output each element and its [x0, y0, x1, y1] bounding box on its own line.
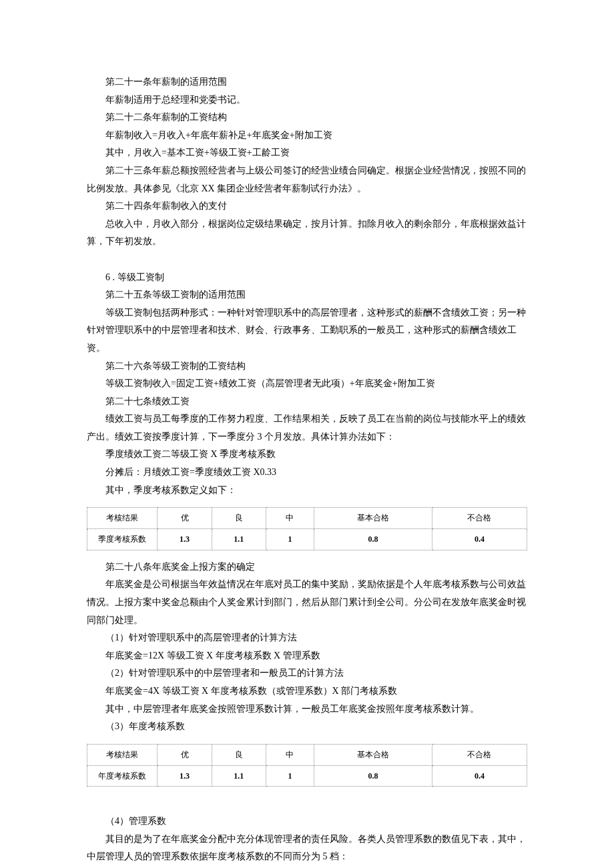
section-6-heading: 6 . 等级工资制: [87, 269, 527, 287]
article-22-where: 其中，月收入=基本工资+等级工资+工龄工资: [87, 144, 527, 162]
item-2-formula: 年底奖金=4X 等级工资 X 年度考核系数（或管理系数）X 部门考核系数: [87, 683, 527, 701]
table-row: 考核结果 优 良 中 基本合格 不合格: [87, 508, 527, 529]
article-27-title: 第二十七条绩效工资: [87, 393, 527, 411]
article-25-body: 等级工资制包括两种形式：一种针对管理职系中的高层管理者，这种形式的薪酬不含绩效工…: [87, 304, 527, 358]
table-cell: 中: [266, 508, 314, 529]
article-25-title: 第二十五条等级工资制的适用范围: [87, 286, 527, 304]
table-cell: 0.8: [314, 529, 432, 550]
blank-line: [87, 251, 527, 269]
table-row: 季度考核系数 1.3 1.1 1 0.8 0.4: [87, 529, 527, 550]
article-21-title: 第二十一条年薪制的适用范围: [87, 73, 527, 91]
table-cell: 1.1: [212, 765, 266, 787]
article-28-body: 年底奖金是公司根据当年效益情况在年底对员工的集中奖励，奖励依据是个人年底考核系数…: [87, 576, 527, 629]
table-cell: 优: [158, 508, 212, 529]
item-4-title: （4）管理系数: [87, 813, 527, 831]
table-cell: 1.3: [158, 765, 212, 787]
item-1-formula: 年底奖金=12X 等级工资 X 年度考核系数 X 管理系数: [87, 647, 527, 665]
row-label: 季度考核系数: [87, 529, 158, 550]
table-cell: 1.3: [158, 529, 212, 550]
table-cell: 良: [212, 508, 266, 529]
quarterly-coefficient-table: 考核结果 优 良 中 基本合格 不合格 季度考核系数 1.3 1.1 1 0.8…: [87, 507, 527, 550]
table-cell: 中: [266, 744, 314, 765]
row-label: 年度考核系数: [87, 765, 158, 787]
table-cell: 1.1: [212, 529, 266, 550]
table-cell: 不合格: [432, 508, 527, 529]
article-22-title: 第二十二条年薪制的工资结构: [87, 109, 527, 127]
article-27-formula-2: 分摊后：月绩效工资=季度绩效工资 X0.33: [87, 464, 527, 482]
table-cell: 不合格: [432, 744, 527, 765]
article-26-formula: 等级工资制收入=固定工资+绩效工资（高层管理者无此项）+年底奖金+附加工资: [87, 375, 527, 393]
item-3-title: （3）年度考核系数: [87, 718, 527, 736]
table-cell: 良: [212, 744, 266, 765]
annual-coefficient-table: 考核结果 优 良 中 基本合格 不合格 年度考核系数 1.3 1.1 1 0.8…: [87, 744, 527, 787]
blank-line: [87, 795, 527, 813]
table-cell: 1: [266, 765, 314, 787]
row-label: 考核结果: [87, 744, 158, 765]
table-cell: 优: [158, 744, 212, 765]
article-27-where: 其中，季度考核系数定义如下：: [87, 482, 527, 500]
article-21-body: 年薪制适用于总经理和党委书记。: [87, 91, 527, 109]
article-24-title: 第二十四条年薪制收入的支付: [87, 197, 527, 215]
article-27-body: 绩效工资与员工每季度的工作努力程度、工作结果相关，反映了员工在当前的岗位与技能水…: [87, 410, 527, 446]
table-cell: 1: [266, 529, 314, 550]
item-2-title: （2）针对管理职系中的中层管理者和一般员工的计算方法: [87, 665, 527, 683]
item-2-note: 其中，中层管理者年底奖金按照管理系数计算，一般员工年底奖金按照年度考核系数计算。: [87, 701, 527, 719]
table-row: 考核结果 优 良 中 基本合格 不合格: [87, 744, 527, 765]
article-24-body: 总收入中，月收入部分，根据岗位定级结果确定，按月计算。扣除月收入的剩余部分，年底…: [87, 215, 527, 251]
table-cell: 0.4: [432, 765, 527, 787]
table-cell: 0.4: [432, 529, 527, 550]
article-28-title: 第二十八条年底奖金上报方案的确定: [87, 558, 527, 576]
table-row: 年度考核系数 1.3 1.1 1 0.8 0.4: [87, 765, 527, 787]
article-23-body: 第二十三条年薪总额按照经营者与上级公司签订的经营业绩合同确定。根据企业经营情况，…: [87, 162, 527, 197]
table-cell: 基本合格: [314, 744, 432, 765]
article-22-formula: 年薪制收入=月收入+年底年薪补足+年底奖金+附加工资: [87, 127, 527, 145]
article-27-formula-1: 季度绩效工资二等级工资 X 季度考核系数: [87, 446, 527, 464]
table-cell: 基本合格: [314, 508, 432, 529]
item-4-body: 其目的是为了在年底奖金分配中充分体现管理者的责任风险。各类人员管理系数的数值见下…: [87, 831, 527, 866]
article-26-title: 第二十六条等级工资制的工资结构: [87, 358, 527, 376]
row-label: 考核结果: [87, 508, 158, 529]
table-cell: 0.8: [314, 765, 432, 787]
item-1-title: （1）针对管理职系中的高层管理者的计算方法: [87, 629, 527, 647]
